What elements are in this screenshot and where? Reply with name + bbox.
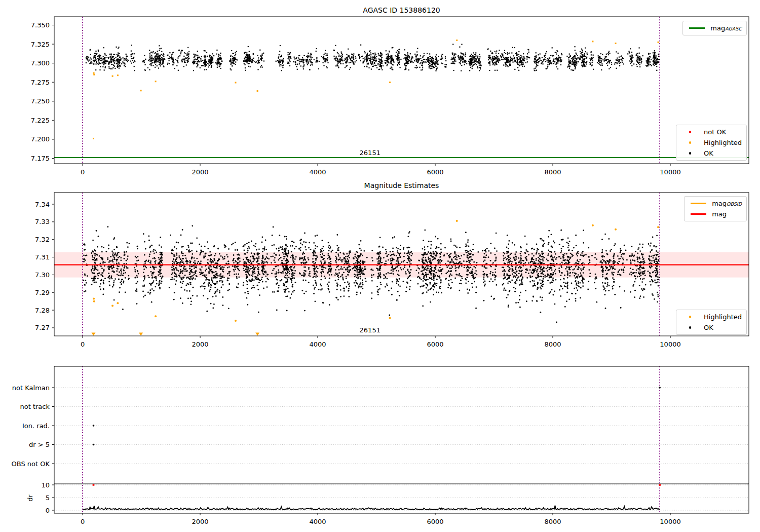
ok-point	[522, 66, 523, 67]
ok-point	[602, 268, 604, 269]
ok-point	[455, 245, 457, 247]
ok-point	[594, 278, 596, 280]
ok-point	[376, 258, 378, 260]
ok-point	[441, 273, 442, 275]
ok-point	[621, 55, 622, 56]
ok-point	[368, 63, 369, 64]
ok-point	[143, 266, 144, 268]
ok-point	[376, 253, 378, 255]
ok-point	[511, 261, 513, 262]
ok-point	[173, 266, 174, 268]
ok-point	[154, 258, 156, 259]
ok-point	[626, 259, 628, 261]
ok-point	[397, 59, 398, 60]
ok-point	[381, 284, 382, 285]
ok-point	[349, 271, 350, 273]
ok-point	[299, 55, 300, 56]
ok-point	[507, 274, 508, 275]
ok-point	[595, 253, 596, 255]
ok-point	[450, 268, 452, 269]
ok-point	[132, 53, 133, 54]
ok-point	[515, 277, 516, 278]
ok-point	[204, 246, 206, 247]
ok-point	[227, 256, 229, 258]
ok-point	[438, 247, 440, 248]
ok-point	[403, 256, 405, 257]
ok-point	[569, 262, 571, 263]
ok-point	[560, 257, 562, 259]
ok-point	[290, 58, 291, 59]
ok-point	[598, 55, 599, 56]
ok-point	[342, 269, 344, 270]
ok-point	[247, 57, 248, 58]
ok-point	[277, 290, 278, 292]
ok-point	[351, 56, 352, 57]
ok-point	[580, 297, 581, 299]
ok-point	[149, 57, 150, 58]
ok-point	[399, 256, 401, 258]
ok-point	[582, 262, 584, 264]
ok-point	[359, 58, 360, 59]
ok-point	[442, 269, 443, 270]
ok-point	[466, 271, 468, 272]
ok-point	[351, 57, 352, 58]
ok-point	[216, 50, 217, 51]
ok-point	[436, 62, 437, 63]
ok-point	[497, 60, 498, 61]
ok-point	[303, 257, 305, 259]
ok-point	[325, 53, 326, 54]
ok-point	[386, 58, 387, 59]
ok-point	[468, 267, 469, 268]
ok-point	[217, 289, 218, 290]
ok-point	[631, 58, 632, 59]
ok-point	[197, 65, 198, 66]
ok-point	[610, 250, 611, 252]
ok-point	[460, 63, 461, 64]
ok-point	[102, 66, 103, 67]
ok-point	[514, 260, 516, 261]
ok-point	[428, 62, 429, 63]
ok-point	[158, 257, 160, 258]
ok-point	[243, 270, 245, 272]
ok-point	[560, 252, 562, 253]
ok-point	[498, 53, 499, 54]
ok-point	[579, 276, 580, 278]
ok-point	[303, 293, 305, 294]
ok-point	[454, 278, 456, 279]
ok-point	[286, 254, 287, 256]
ok-point	[507, 255, 509, 257]
ok-point	[541, 273, 542, 275]
ok-point	[599, 64, 600, 65]
ok-point	[144, 295, 146, 296]
ok-point	[377, 278, 378, 279]
ok-point	[566, 286, 568, 288]
ok-point	[505, 257, 506, 258]
y-tick-label: 7.350	[31, 21, 50, 29]
ok-point	[512, 242, 513, 244]
ok-point	[83, 261, 85, 262]
ok-point	[432, 259, 433, 261]
ok-point	[106, 55, 107, 56]
ok-point	[431, 256, 433, 257]
ok-point	[506, 246, 508, 248]
ok-point	[571, 69, 572, 70]
ok-point	[290, 52, 291, 53]
ok-point	[262, 256, 263, 257]
ok-point	[168, 58, 169, 59]
ok-point	[641, 58, 642, 59]
ok-point	[363, 250, 365, 252]
ok-point	[364, 59, 365, 60]
ok-point	[464, 60, 465, 61]
ok-point	[641, 62, 642, 63]
ok-point	[186, 64, 187, 65]
ok-point	[116, 259, 117, 260]
ok-point	[373, 57, 374, 58]
ok-point	[433, 278, 435, 280]
ok-point	[515, 283, 517, 284]
ok-point	[426, 270, 428, 271]
ok-point	[628, 51, 629, 52]
ok-point	[575, 266, 577, 268]
ok-point	[613, 257, 615, 259]
ok-point	[159, 50, 160, 51]
ok-point	[256, 257, 257, 259]
